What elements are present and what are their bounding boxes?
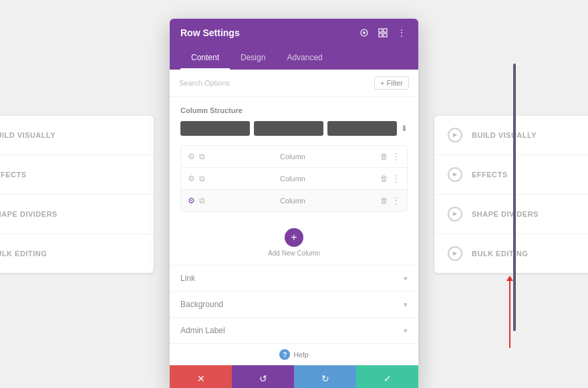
modal-tabs: Content Design Advanced (170, 47, 418, 70)
help-section: ? Help (170, 343, 418, 365)
modal-wrapper: Row Settings ⋮ (170, 19, 418, 388)
tab-advanced[interactable]: Advanced (276, 47, 333, 70)
column-rows: ⚙ ⧉ Column 🗑 ⋮ ⚙ ⧉ Column (180, 145, 408, 212)
left-panel: ▶ BUILD VISUALLY ▶ EFFECTS ▶ SHAPE DIVID… (0, 116, 154, 273)
svg-rect-2 (379, 29, 382, 32)
col-row-3-icons-right: 🗑 ⋮ (380, 196, 400, 205)
background-label: Background (180, 300, 223, 309)
link-label: Link (180, 274, 195, 283)
help-label: Help (293, 351, 309, 359)
col-bar-3[interactable] (327, 121, 397, 136)
settings-icon-col1[interactable]: ⚙ (188, 152, 195, 161)
play-icon-build-right: ▶ (448, 128, 462, 142)
column-row-2: ⚙ ⧉ Column 🗑 ⋮ (181, 168, 407, 190)
expand-icon[interactable] (377, 27, 389, 39)
col-row-3-label: Column (210, 197, 375, 205)
right-label-shape: SHAPE DIVIDERS (472, 210, 539, 218)
col-bar-1[interactable] (180, 121, 250, 136)
col-row-2-icons-left: ⚙ ⧉ (188, 174, 205, 183)
left-label-build: BUILD VISUALLY (0, 131, 55, 139)
left-label-shape: SHAPE DIVIDERS (0, 210, 57, 218)
svg-rect-5 (384, 33, 387, 37)
add-circle-icon: + (285, 228, 303, 247)
admin-label-label: Admin Label (180, 326, 225, 335)
add-column-button[interactable]: + Add New Column (180, 220, 408, 265)
col-structure-arrow[interactable]: ⬇ (401, 124, 408, 133)
focus-icon[interactable] (358, 27, 370, 39)
filter-button[interactable]: + Filter (374, 76, 409, 90)
right-scrollbar (513, 64, 516, 331)
more-icon-col1[interactable]: ⋮ (392, 152, 400, 161)
column-structure-label: Column Structure (180, 106, 408, 114)
accordion-link[interactable]: Link ▾ (170, 265, 418, 291)
filter-label: + Filter (380, 79, 403, 87)
accordion-background[interactable]: Background ▾ (170, 291, 418, 317)
left-label-effects: EFFECTS (0, 171, 27, 179)
tab-content[interactable]: Content (180, 47, 230, 70)
left-panel-item-effects[interactable]: ▶ EFFECTS (0, 155, 154, 195)
column-structure: ⬇ (180, 121, 408, 136)
search-placeholder: Search Options (179, 79, 230, 87)
settings-icon-col2[interactable]: ⚙ (188, 174, 195, 183)
play-icon-effects-right: ▶ (448, 167, 462, 182)
play-icon-bulk-right: ▶ (448, 246, 462, 261)
left-label-bulk: BULK EDITING (0, 250, 47, 258)
col-bar-2[interactable] (254, 121, 323, 136)
right-panel-item-shape[interactable]: ▶ SHAPE DIVIDERS (434, 195, 588, 234)
col-row-2-label: Column (210, 175, 375, 183)
col-row-2-icons-right: 🗑 ⋮ (380, 174, 400, 183)
tab-design[interactable]: Design (230, 47, 276, 70)
copy-icon-col3[interactable]: ⧉ (199, 196, 205, 205)
modal-header: Row Settings ⋮ (170, 19, 418, 47)
col-row-1-icons-left: ⚙ ⧉ (188, 152, 205, 161)
save-icon: ✓ (384, 373, 392, 384)
right-label-effects: EFFECTS (472, 171, 508, 179)
cancel-button[interactable]: ✕ (170, 365, 232, 388)
right-panel-item-bulk[interactable]: ▶ BULK EDITING (434, 234, 588, 273)
redo-button[interactable]: ↻ (294, 365, 356, 388)
save-button[interactable]: ✓ (356, 365, 418, 388)
more-icon-col2[interactable]: ⋮ (392, 174, 400, 183)
right-panel-item-build[interactable]: ▶ BUILD VISUALLY (434, 116, 588, 155)
modal-title: Row Settings (180, 27, 240, 38)
col-row-3-icons-left: ⚙ ⧉ (188, 196, 205, 205)
delete-icon-col1[interactable]: 🗑 (380, 152, 388, 161)
background-chevron-icon: ▾ (404, 300, 408, 309)
left-panel-item-build[interactable]: ▶ BUILD VISUALLY (0, 116, 154, 155)
left-panel-item-bulk[interactable]: ▶ BULK EDITING (0, 234, 154, 273)
svg-rect-4 (379, 33, 382, 37)
delete-icon-col2[interactable]: 🗑 (380, 174, 388, 183)
column-row-1: ⚙ ⧉ Column 🗑 ⋮ (181, 146, 407, 168)
play-icon-shape-right: ▶ (448, 207, 462, 221)
modal-content: Column Structure ⬇ ⚙ ⧉ Column 🗑 ⋮ (170, 97, 418, 265)
right-panel: ▶ BUILD VISUALLY ▶ EFFECTS ▶ SHAPE DIVID… (434, 116, 588, 273)
undo-icon: ↺ (259, 373, 267, 384)
add-column-label: Add New Column (268, 250, 320, 257)
arrow-up (506, 276, 513, 348)
svg-rect-3 (384, 29, 387, 32)
svg-point-1 (363, 31, 365, 34)
delete-icon-col3[interactable]: 🗑 (380, 196, 388, 205)
copy-icon-col1[interactable]: ⧉ (199, 152, 205, 161)
more-icon[interactable]: ⋮ (396, 27, 408, 39)
admin-label-chevron-icon: ▾ (404, 326, 408, 335)
search-bar: Search Options + Filter (170, 70, 418, 97)
copy-icon-col2[interactable]: ⧉ (199, 174, 205, 183)
modal-header-icons: ⋮ (358, 27, 408, 39)
settings-icon-col3[interactable]: ⚙ (188, 196, 195, 205)
help-icon: ? (279, 349, 290, 360)
column-row-3: ⚙ ⧉ Column 🗑 ⋮ (181, 190, 407, 211)
col-row-1-label: Column (210, 153, 375, 161)
right-label-bulk: BULK EDITING (472, 250, 528, 258)
undo-button[interactable]: ↺ (232, 365, 294, 388)
col-row-1-icons-right: 🗑 ⋮ (380, 152, 400, 161)
left-panel-item-shape[interactable]: ▶ SHAPE DIVIDERS (0, 195, 154, 234)
right-label-build: BUILD VISUALLY (472, 131, 537, 139)
link-chevron-icon: ▾ (404, 274, 408, 283)
redo-icon: ↻ (321, 373, 329, 384)
right-panel-item-effects[interactable]: ▶ EFFECTS (434, 155, 588, 195)
more-icon-col3[interactable]: ⋮ (392, 196, 400, 205)
accordion-admin-label[interactable]: Admin Label ▾ (170, 317, 418, 343)
cancel-icon: ✕ (197, 373, 205, 384)
modal-footer: ✕ ↺ ↻ ✓ (170, 365, 418, 388)
